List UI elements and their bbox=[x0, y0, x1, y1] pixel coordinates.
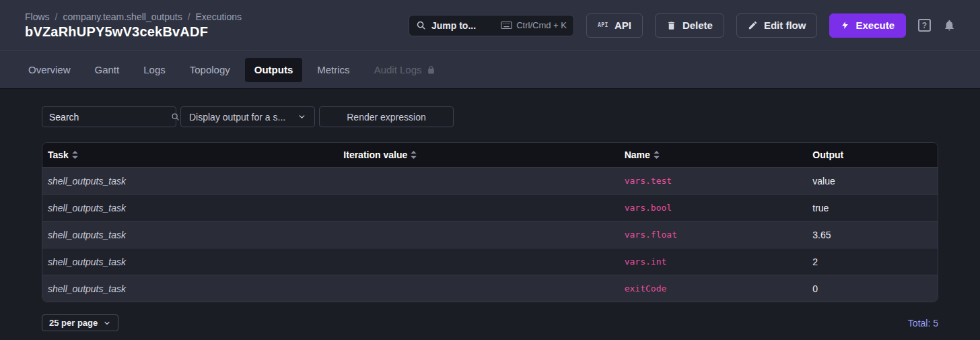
iteration-cell bbox=[338, 275, 619, 302]
tab-overview[interactable]: Overview bbox=[19, 58, 80, 82]
column-header-output: Output bbox=[807, 143, 938, 167]
edit-flow-button-label: Edit flow bbox=[764, 20, 806, 31]
filters-row: Display output for a s... Render express… bbox=[42, 106, 938, 127]
tab-metrics[interactable]: Metrics bbox=[308, 58, 359, 82]
keyboard-icon bbox=[501, 21, 512, 30]
search-icon bbox=[171, 112, 180, 121]
execute-button-label: Execute bbox=[855, 20, 895, 31]
table-row[interactable]: shell_outputs_task vars.float 3.65 bbox=[42, 221, 938, 248]
jump-to-search[interactable]: Jump to... Ctrl/Cmd + K bbox=[409, 15, 574, 36]
column-header-name[interactable]: Name bbox=[619, 143, 808, 167]
tab-topology[interactable]: Topology bbox=[180, 58, 240, 82]
column-header-name-label: Name bbox=[625, 149, 650, 160]
top-bar-actions: Jump to... Ctrl/Cmd + K API AP bbox=[409, 13, 956, 38]
render-expression-button[interactable]: Render expression bbox=[319, 106, 454, 127]
name-cell[interactable]: exitCode bbox=[619, 275, 808, 302]
tab-bar: Overview Gantt Logs Topology Outputs Met… bbox=[0, 50, 980, 88]
name-cell[interactable]: vars.float bbox=[619, 221, 808, 248]
trash-icon bbox=[666, 20, 676, 31]
display-output-select-value: Display output for a s... bbox=[189, 112, 285, 123]
task-cell: shell_outputs_task bbox=[42, 194, 338, 221]
table-row[interactable]: shell_outputs_task vars.bool true bbox=[42, 194, 938, 221]
tab-outputs[interactable]: Outputs bbox=[245, 58, 303, 82]
bell-icon[interactable] bbox=[943, 19, 956, 32]
api-button[interactable]: API API bbox=[586, 13, 643, 38]
iteration-cell bbox=[338, 167, 619, 194]
page-title: bVZaRhUPY5wV3cekBvADF bbox=[25, 24, 242, 40]
sort-icon[interactable] bbox=[72, 151, 78, 159]
name-cell[interactable]: vars.bool bbox=[619, 194, 808, 221]
pagination-bar: 25 per page Total: 5 bbox=[42, 314, 938, 331]
lightning-icon bbox=[841, 20, 849, 30]
edit-flow-button[interactable]: Edit flow bbox=[736, 13, 818, 38]
top-bar-left: Flows / company.team.shell_outputs / Exe… bbox=[25, 11, 242, 40]
lock-icon bbox=[427, 65, 435, 75]
per-page-label: 25 per page bbox=[49, 318, 98, 328]
jump-to-shortcut-text: Ctrl/Cmd + K bbox=[516, 20, 567, 30]
output-cell: 3.65 bbox=[807, 221, 938, 248]
table-row[interactable]: shell_outputs_task exitCode 0 bbox=[42, 275, 938, 302]
task-cell: shell_outputs_task bbox=[42, 221, 338, 248]
column-header-task[interactable]: Task bbox=[42, 143, 338, 167]
breadcrumb-separator: / bbox=[188, 11, 190, 22]
task-cell: shell_outputs_task bbox=[42, 248, 338, 275]
breadcrumb-executions[interactable]: Executions bbox=[196, 11, 242, 22]
jump-to-label: Jump to... bbox=[431, 20, 476, 31]
breadcrumb: Flows / company.team.shell_outputs / Exe… bbox=[25, 11, 242, 22]
search-icon bbox=[416, 20, 426, 30]
api-button-label: API bbox=[615, 20, 631, 31]
tab-logs[interactable]: Logs bbox=[134, 58, 175, 82]
output-cell: 0 bbox=[807, 275, 938, 302]
outputs-table: Task Iteration value bbox=[42, 142, 938, 302]
iteration-cell bbox=[338, 221, 619, 248]
jump-to-shortcut: Ctrl/Cmd + K bbox=[501, 20, 567, 30]
chevron-down-icon bbox=[298, 112, 306, 121]
outputs-panel: Display output for a s... Render express… bbox=[0, 88, 980, 331]
breadcrumb-flows[interactable]: Flows bbox=[25, 11, 50, 22]
iteration-cell bbox=[338, 194, 619, 221]
execute-button[interactable]: Execute bbox=[829, 13, 906, 38]
breadcrumb-separator: / bbox=[55, 11, 58, 22]
chevron-down-icon bbox=[103, 319, 111, 327]
column-header-task-label: Task bbox=[48, 149, 69, 160]
sort-icon[interactable] bbox=[654, 151, 660, 159]
output-cell: value bbox=[807, 167, 938, 194]
delete-button-label: Delete bbox=[682, 20, 713, 31]
top-bar: Flows / company.team.shell_outputs / Exe… bbox=[0, 0, 980, 50]
table-row[interactable]: shell_outputs_task vars.test value bbox=[42, 167, 938, 194]
per-page-select[interactable]: 25 per page bbox=[42, 314, 118, 331]
output-cell: 2 bbox=[807, 248, 938, 275]
tab-gantt[interactable]: Gantt bbox=[85, 58, 129, 82]
sort-icon[interactable] bbox=[411, 151, 417, 159]
total-count: Total: 5 bbox=[908, 318, 938, 329]
breadcrumb-flow-id[interactable]: company.team.shell_outputs bbox=[63, 11, 182, 22]
column-header-output-label: Output bbox=[812, 149, 843, 160]
tab-audit-logs: Audit Logs bbox=[365, 58, 445, 82]
name-cell[interactable]: vars.test bbox=[619, 167, 808, 194]
name-cell[interactable]: vars.int bbox=[619, 248, 808, 275]
pencil-icon bbox=[748, 20, 758, 30]
task-cell: shell_outputs_task bbox=[42, 275, 338, 302]
iteration-cell bbox=[338, 248, 619, 275]
table-row[interactable]: shell_outputs_task vars.int 2 bbox=[42, 248, 938, 275]
tab-audit-logs-label: Audit Logs bbox=[374, 64, 422, 75]
table-header-row: Task Iteration value bbox=[42, 143, 938, 167]
task-cell: shell_outputs_task bbox=[42, 167, 338, 194]
display-output-select[interactable]: Display output for a s... bbox=[180, 106, 315, 127]
output-cell: true bbox=[807, 194, 938, 221]
help-icon[interactable]: ? bbox=[918, 19, 931, 32]
api-icon: API bbox=[598, 22, 608, 28]
search-box bbox=[42, 106, 176, 127]
delete-button[interactable]: Delete bbox=[655, 13, 724, 38]
column-header-iteration-value[interactable]: Iteration value bbox=[338, 143, 619, 167]
search-input[interactable] bbox=[49, 112, 171, 123]
column-header-iteration-value-label: Iteration value bbox=[343, 149, 407, 160]
